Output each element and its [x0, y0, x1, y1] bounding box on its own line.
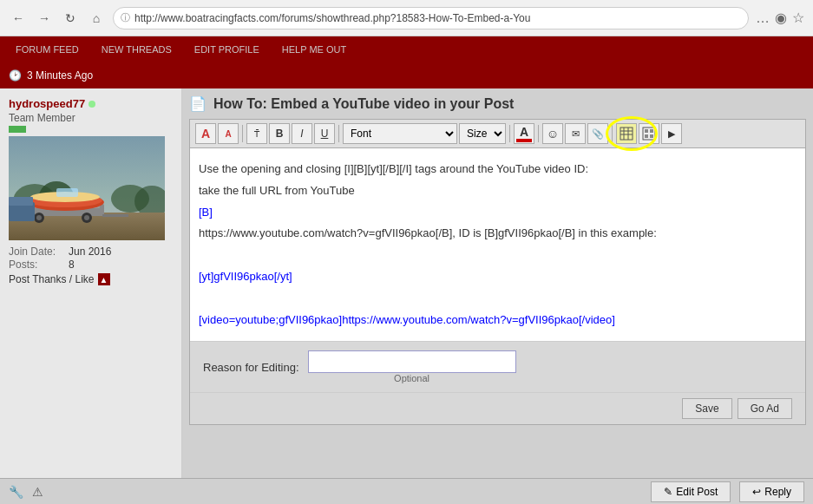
- editor-line-7: [199, 290, 797, 308]
- highlight-area: [616, 123, 659, 144]
- bookmark-button[interactable]: ◉: [775, 10, 787, 26]
- online-indicator: [89, 101, 95, 108]
- emoji-btn[interactable]: ☺: [542, 123, 563, 144]
- user-info: hydrospeed77 Team Member: [9, 97, 173, 285]
- sidebar: hydrospeed77 Team Member: [0, 88, 182, 504]
- top-nav: FORUM FEED NEW THREADS EDIT PROFILE HELP…: [0, 36, 813, 62]
- nav-item-edit-profile[interactable]: EDIT PROFILE: [187, 44, 266, 55]
- remove-format-btn[interactable]: T̄: [246, 123, 267, 144]
- color-a-letter: A: [520, 125, 528, 139]
- menu-button[interactable]: …: [756, 10, 770, 26]
- editor-toolbar: A A T̄ B I U Font Arial Ti: [190, 120, 805, 148]
- underline-btn[interactable]: U: [314, 123, 335, 144]
- reply-button[interactable]: ↩ Reply: [739, 481, 804, 502]
- nav-item-help[interactable]: HELP ME OUT: [275, 44, 353, 55]
- edit-post-button[interactable]: ✎ Edit Post: [651, 481, 731, 502]
- user-title: Team Member: [9, 112, 173, 124]
- home-button[interactable]: ⌂: [87, 9, 106, 28]
- italic-btn[interactable]: I: [292, 123, 312, 144]
- post-thanks: Post Thanks / Like ▲: [9, 273, 173, 285]
- insert-special-btn[interactable]: [639, 123, 659, 144]
- main-area: 📄 How To: Embed a YouTube video in your …: [182, 88, 813, 504]
- insert-link-btn[interactable]: 📎: [587, 123, 608, 144]
- address-bar[interactable]: ⓘ http://www.boatracingfacts.com/forums/…: [113, 7, 749, 29]
- editor-line-6: [yt]gfVII96pkao[/yt]: [199, 268, 797, 286]
- go-advanced-button[interactable]: Go Ad: [738, 398, 792, 419]
- insert-table-btn[interactable]: [616, 123, 637, 144]
- browser-chrome: ← → ↻ ⌂ ⓘ http://www.boatracingfacts.com…: [0, 0, 813, 36]
- svg-rect-27: [645, 134, 648, 138]
- editor-line-2: take the full URL from YouTube: [199, 182, 797, 200]
- separator-5: [612, 125, 613, 142]
- refresh-button[interactable]: ↻: [61, 9, 80, 28]
- svg-point-9: [36, 215, 42, 220]
- page-content: hydrospeed77 Team Member: [0, 88, 813, 504]
- status-bar: 🔧 ⚠ ✎ Edit Post ↩ Reply: [0, 478, 813, 504]
- join-date-row: Join Date: Jun 2016: [9, 245, 173, 258]
- nav-item-new-threads[interactable]: NEW THREADS: [95, 44, 179, 55]
- time-bar: 🕑 3 Minutes Ago: [0, 62, 813, 88]
- browser-actions: … ◉ ☆: [756, 10, 804, 26]
- reply-label: Reply: [764, 486, 791, 498]
- optional-text: Optional: [308, 373, 516, 383]
- font-select[interactable]: Font Arial Times New Roman Courier: [343, 123, 457, 144]
- editor-line-5: [199, 246, 797, 265]
- separator-4: [538, 125, 539, 142]
- edit-reason-input[interactable]: [308, 350, 516, 373]
- svg-rect-25: [645, 129, 648, 133]
- join-date-label: Join Date:: [9, 245, 65, 258]
- editor-container: A A T̄ B I U Font Arial Ti: [189, 119, 806, 425]
- posts-value: 8: [69, 259, 75, 271]
- edit-post-label: Edit Post: [676, 486, 718, 498]
- star-button[interactable]: ☆: [792, 10, 804, 26]
- size-select[interactable]: Size 8 10 12 14: [459, 123, 506, 144]
- posts-row: Posts: 8: [9, 259, 173, 271]
- post-title-row: 📄 How To: Embed a YouTube video in your …: [189, 95, 806, 112]
- reputation-bar: [9, 126, 26, 133]
- join-date-value: Jun 2016: [69, 245, 111, 258]
- nav-item-forum-feed[interactable]: FORUM FEED: [9, 44, 86, 55]
- post-title: How To: Embed a YouTube video in your Po…: [213, 96, 514, 112]
- svg-rect-28: [650, 134, 653, 138]
- reply-icon: ↩: [752, 486, 761, 498]
- status-left: 🔧 ⚠: [9, 485, 43, 499]
- insert-image-btn[interactable]: ✉: [565, 123, 586, 144]
- thanks-arrow-btn[interactable]: ▲: [98, 273, 110, 285]
- username[interactable]: hydrospeed77: [9, 97, 85, 110]
- doc-icon: 📄: [189, 95, 207, 112]
- lock-icon: ⓘ: [121, 11, 130, 24]
- editor-line-3: [B]: [199, 204, 797, 222]
- editor-body[interactable]: Use the opening and closing [I][B][yt][/…: [190, 148, 805, 341]
- posts-label: Posts:: [9, 259, 65, 271]
- svg-rect-17: [9, 197, 33, 206]
- svg-point-11: [84, 215, 89, 220]
- font-smaller-btn[interactable]: A: [218, 123, 239, 144]
- ip-icon: 🔧: [9, 485, 23, 499]
- back-button[interactable]: ←: [9, 9, 28, 28]
- save-button[interactable]: Save: [682, 398, 731, 419]
- separator-2: [338, 125, 339, 142]
- svg-rect-19: [620, 128, 633, 140]
- username-row: hydrospeed77: [9, 97, 173, 110]
- forward-button[interactable]: →: [35, 9, 54, 28]
- edit-reason-input-wrapper: Optional: [308, 350, 516, 383]
- color-btn-inner: A: [515, 124, 534, 143]
- color-bar: [516, 139, 532, 142]
- bottom-buttons: Save Go Ad: [190, 392, 805, 424]
- post-thanks-label: Post Thanks / Like: [9, 273, 95, 285]
- post-wrapper: 📄 How To: Embed a YouTube video in your …: [182, 88, 813, 432]
- user-meta: Join Date: Jun 2016 Posts: 8: [9, 245, 173, 271]
- editor-line-4: https://www.youtube.com/watch?v=gfVII96p…: [199, 225, 797, 243]
- edit-icon: ✎: [664, 486, 672, 498]
- editor-line-8: [video=youtube;gfVII96pkao]https://www.y…: [199, 311, 797, 330]
- svg-rect-26: [650, 129, 653, 133]
- status-right: ✎ Edit Post ↩ Reply: [651, 481, 804, 502]
- font-larger-btn[interactable]: A: [195, 123, 216, 144]
- edit-reason-row: Reason for Editing: Optional: [190, 341, 805, 392]
- edit-reason-label: Reason for Editing:: [203, 361, 299, 374]
- more-options-btn[interactable]: ▶: [661, 123, 682, 144]
- bold-btn[interactable]: B: [269, 123, 290, 144]
- color-btn[interactable]: A: [514, 123, 534, 144]
- avatar: [9, 136, 165, 240]
- url-text: http://www.boatracingfacts.com/forums/sh…: [122, 12, 722, 24]
